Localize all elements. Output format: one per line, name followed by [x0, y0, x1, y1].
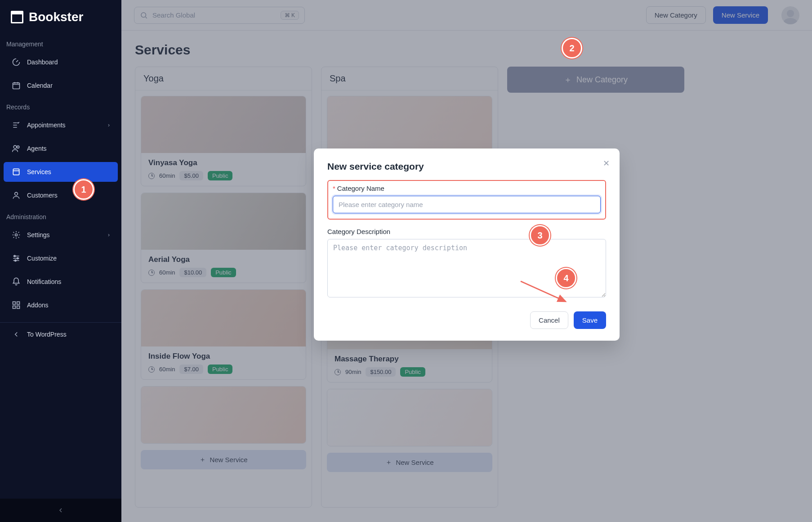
chevron-right-icon: ›: [108, 232, 110, 238]
sliders-icon: [12, 254, 21, 263]
sidebar-item-services[interactable]: Services: [4, 162, 118, 182]
package-icon: [12, 167, 21, 176]
modal-overlay[interactable]: New service category ✕ * Category Name C…: [121, 0, 812, 522]
svg-rect-10: [17, 302, 20, 305]
sidebar-item-label: Services: [27, 168, 51, 176]
main: ⌘ K New Category New Service Services Yo…: [121, 0, 812, 522]
sidebar-item-settings[interactable]: Settings ›: [4, 225, 118, 245]
brand-icon: [11, 11, 23, 23]
annotation-badge-1: 1: [73, 179, 94, 200]
app-root: Bookster Management Dashboard Calendar R…: [0, 0, 812, 522]
svg-rect-9: [13, 302, 16, 305]
brand-name: Bookster: [29, 10, 83, 24]
svg-point-6: [14, 255, 15, 256]
category-name-label: * Category Name: [333, 184, 601, 192]
sidebar-item-customers[interactable]: Customers: [4, 185, 118, 205]
calendar-icon: [12, 81, 21, 90]
brand: Bookster: [0, 0, 121, 34]
chevron-left-icon: [57, 507, 64, 514]
svg-point-2: [17, 146, 19, 148]
sidebar-footer: To WordPress: [0, 322, 121, 346]
users-icon: [12, 144, 21, 153]
chevron-right-icon: ›: [108, 122, 110, 128]
annotation-badge-4: 4: [556, 268, 576, 288]
sidebar-item-label: Customize: [27, 255, 57, 262]
save-button[interactable]: Save: [574, 311, 606, 329]
grid-icon: [12, 301, 21, 310]
svg-point-4: [15, 192, 18, 195]
sidebar-item-label: Calendar: [27, 82, 53, 89]
modal-close-button[interactable]: ✕: [603, 158, 610, 168]
svg-point-1: [13, 145, 17, 148]
sidebar-collapse[interactable]: [0, 499, 121, 522]
svg-point-7: [17, 257, 18, 259]
sidebar-item-customize[interactable]: Customize: [4, 248, 118, 268]
svg-point-8: [15, 260, 16, 261]
modal-title: New service category: [327, 161, 606, 172]
annotation-badge-3: 3: [530, 225, 550, 246]
sidebar-item-label: Settings: [27, 231, 50, 238]
sidebar-item-appointments[interactable]: Appointments ›: [4, 115, 118, 135]
sidebar-item-dashboard[interactable]: Dashboard: [4, 52, 118, 72]
sidebar-item-notifications[interactable]: Notifications: [4, 272, 118, 292]
sidebar-item-label: Appointments: [27, 122, 66, 129]
sidebar-item-label: To WordPress: [27, 331, 67, 338]
sidebar-item-label: Dashboard: [27, 58, 58, 66]
modal-actions: Cancel Save: [327, 311, 606, 329]
sidebar-item-addons[interactable]: Addons: [4, 295, 118, 315]
category-name-field-group: * Category Name: [327, 180, 606, 220]
sidebar: Bookster Management Dashboard Calendar R…: [0, 0, 121, 522]
cancel-button[interactable]: Cancel: [530, 311, 568, 329]
gear-icon: [12, 230, 21, 239]
nav-section-management: Management: [0, 34, 121, 50]
category-description-label: Category Description: [327, 228, 606, 235]
nav-section-records: Records: [0, 97, 121, 113]
sidebar-item-label: Notifications: [27, 278, 61, 285]
svg-rect-12: [17, 306, 20, 309]
user-icon: [12, 191, 21, 200]
required-marker: *: [333, 184, 335, 192]
svg-rect-3: [13, 169, 19, 175]
sidebar-item-label: Agents: [27, 145, 47, 152]
nav-section-administration: Administration: [0, 207, 121, 223]
list-check-icon: [12, 121, 21, 130]
sidebar-item-agents[interactable]: Agents: [4, 139, 118, 158]
svg-point-5: [15, 234, 18, 236]
gauge-icon: [12, 58, 21, 67]
bell-icon: [12, 277, 21, 286]
sidebar-item-label: Addons: [27, 302, 48, 309]
svg-rect-0: [13, 83, 20, 89]
modal: New service category ✕ * Category Name C…: [314, 148, 620, 341]
close-icon: ✕: [603, 159, 610, 168]
sidebar-item-label: Customers: [27, 192, 58, 199]
category-name-input[interactable]: [333, 196, 601, 213]
annotation-badge-2: 2: [562, 38, 582, 58]
sidebar-item-to-wordpress[interactable]: To WordPress: [4, 324, 118, 344]
arrow-left-icon: [12, 330, 21, 339]
svg-rect-11: [13, 306, 16, 309]
sidebar-item-calendar[interactable]: Calendar: [4, 76, 118, 95]
